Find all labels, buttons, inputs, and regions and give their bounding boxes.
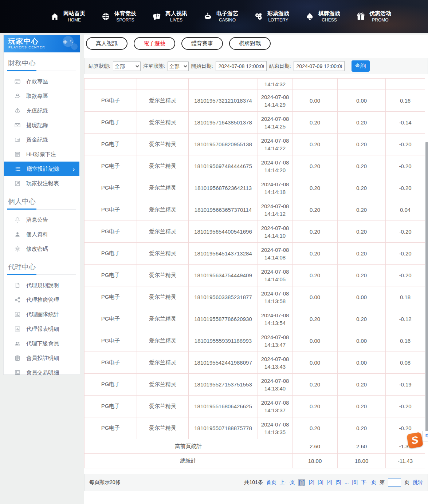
ime-widget[interactable]: S 中 xyxy=(408,431,428,448)
sidebar-item-label: 取款專區 xyxy=(26,93,48,100)
sidebar-item-withdraw[interactable]: 取款專區 xyxy=(4,89,80,103)
page-link[interactable]: [4] xyxy=(327,479,333,486)
cell-bet-time: 2024-07-0814:14:29 xyxy=(258,90,292,112)
cell-bet-amount: 0.00 xyxy=(292,90,338,112)
sidebar-item-funds-record[interactable]: 資金記錄 xyxy=(4,132,80,147)
table-row: PG电子爱尔兰精灵18101957164385013782024-07-0814… xyxy=(85,112,425,134)
cell-bet-id: 1810195516806426625 xyxy=(189,396,258,417)
nav-label-zh: 真人视讯 xyxy=(165,10,187,17)
page-link-current[interactable]: [1] xyxy=(298,479,306,486)
bet-records-table: 14:14:32PG电子爱尔兰精灵18101957321210183742024… xyxy=(84,78,425,468)
cell-platform: PG电子 xyxy=(85,155,137,177)
sidebar-item-label: 修改密碼 xyxy=(26,246,48,253)
list-box-icon xyxy=(14,369,21,376)
table-row: PG电子爱尔兰精灵18101955271537515532024-07-0814… xyxy=(85,374,425,396)
page-link[interactable]: [2] xyxy=(309,479,314,486)
sidebar-item-deposit[interactable]: 存款專區 xyxy=(4,74,80,89)
cell-bet-amount xyxy=(292,79,338,90)
nav-item-text: 彩票游戏LOTTERY xyxy=(267,10,289,23)
sidebar-item-hh-lottery-bet[interactable]: HH彩票下注 xyxy=(4,147,80,162)
sidebar-item-change-password[interactable]: 修改密碼 xyxy=(4,242,80,256)
sidebar-item-player-bet-report[interactable]: 玩家投注報表 xyxy=(4,176,80,191)
top-nav-items: 网站首页HOME体育竞技SPORTS真人视讯LIVES电子游艺CASINO彩票游… xyxy=(42,0,428,33)
jump-button[interactable]: 跳转 xyxy=(413,479,423,486)
cell-bet-id: 1810195527153751553 xyxy=(189,374,258,396)
summary-label: 當前頁統計 xyxy=(85,439,292,454)
sidebar-item-agent-rules[interactable]: 代理規則說明 xyxy=(4,278,80,293)
nav-item-casino[interactable]: 电子游艺CASINO xyxy=(195,8,246,25)
cell-bet-id: 1810195587786620930 xyxy=(189,308,258,330)
sidebar-item-agent-team-stats[interactable]: 代理團隊統計 xyxy=(4,307,80,322)
spade-icon xyxy=(305,12,315,21)
sidebar-item-profile[interactable]: 個人資料 xyxy=(4,227,80,242)
sidebar-item-agent-sub-members[interactable]: 代理下級會員 xyxy=(4,336,80,351)
table-row: PG电子爱尔兰精灵18101957068209551382024-07-0814… xyxy=(85,134,425,155)
sidebar-item-hall-bet-record[interactable]: 廳室投註記錄› xyxy=(4,162,79,176)
sidebar-item-member-bet-detail[interactable]: 會員投註明細 xyxy=(4,351,80,365)
nav-label-en: CASINO xyxy=(219,17,236,23)
cell-platform xyxy=(85,79,137,90)
nav-item-lives[interactable]: 真人视讯LIVES xyxy=(144,8,195,25)
jump-page-input[interactable] xyxy=(388,479,401,487)
sidebar-item-messages[interactable]: 消息公告 xyxy=(4,213,80,227)
table-row: PG电子爱尔兰精灵18101956033852318772024-07-0814… xyxy=(85,286,425,308)
settle-status-select[interactable]: 全部 xyxy=(113,61,141,71)
nav-label-zh: 网站首页 xyxy=(63,10,85,17)
cell-bet-time: 14:14:32 xyxy=(258,79,292,90)
cell-bet-time: 2024-07-0814:13:35 xyxy=(258,417,292,439)
nav-item-home[interactable]: 网站首页HOME xyxy=(42,8,93,25)
people-icon xyxy=(14,340,21,347)
table-row: PG电子爱尔兰精灵18101956544005416962024-07-0814… xyxy=(85,221,425,243)
sidebar-item-agent-promotion[interactable]: 代理推廣管理 xyxy=(4,293,80,307)
tab-chess-battle[interactable]: 棋牌對戰 xyxy=(229,37,271,50)
sidebar-item-recharge-record[interactable]: 充值記錄 xyxy=(4,103,80,118)
sidebar-sections: 財務中心存款專區取款專區充值記錄提現記錄資金記錄HH彩票下注廳室投註記錄›玩家投… xyxy=(4,59,80,380)
tab-live-video[interactable]: 真人視訊 xyxy=(86,37,127,50)
sidebar-item-label: 代理下級會員 xyxy=(26,340,59,347)
end-date-input[interactable] xyxy=(294,61,345,71)
nav-label-zh: 优惠活动 xyxy=(369,10,391,17)
tab-e-games[interactable]: 電子遊藝 xyxy=(134,37,175,50)
cell-game: 爱尔兰精灵 xyxy=(137,374,189,396)
list-doc-icon xyxy=(14,151,21,158)
cell-bet-time: 2024-07-0814:13:43 xyxy=(258,352,292,374)
cell-win-loss: 0.16 xyxy=(386,330,425,352)
cell-platform: PG电子 xyxy=(85,330,137,352)
cell-game: 爱尔兰精灵 xyxy=(137,155,189,177)
ime-chinese-mode-icon[interactable]: 中 xyxy=(423,431,428,441)
sidebar-item-label: 玩家投注報表 xyxy=(26,180,59,187)
nav-label-zh: 棋牌游戏 xyxy=(318,10,340,17)
page-link[interactable]: [3] xyxy=(318,479,323,486)
prev-page-link[interactable]: 上一页 xyxy=(280,479,295,486)
sogou-ime-icon[interactable]: S xyxy=(407,432,423,449)
cell-valid-amount: 0.20 xyxy=(338,199,386,221)
start-date-input[interactable] xyxy=(216,61,267,71)
cell-bet-amount: 0.20 xyxy=(292,155,338,177)
cell-game: 爱尔兰精灵 xyxy=(137,243,189,265)
start-date-label: 開始日期: xyxy=(191,63,213,70)
tab-sports-match[interactable]: 體育賽事 xyxy=(181,37,223,50)
search-button[interactable]: 查詢 xyxy=(352,60,370,72)
sidebar-item-member-trans-detail[interactable]: 會員交易明細 xyxy=(4,365,80,380)
cell-valid-amount: 0.20 xyxy=(338,221,386,243)
page-link[interactable]: [5] xyxy=(335,479,341,486)
table-row: PG电子爱尔兰精灵18101955593911889932024-07-0814… xyxy=(85,330,425,352)
nav-item-text: 优惠活动PROMO xyxy=(369,10,391,23)
order-status-select[interactable]: 全部 xyxy=(168,61,189,71)
sidebar-item-withdraw-record[interactable]: 提現記錄 xyxy=(4,118,80,132)
cell-bet-id: 1810195663657370114 xyxy=(189,199,258,221)
next-page-link[interactable]: 下一页 xyxy=(361,479,376,486)
cell-bet-amount: 0.20 xyxy=(292,177,338,199)
page-link[interactable]: [6] xyxy=(352,479,358,486)
cell-platform: PG电子 xyxy=(85,286,137,308)
cell-bet-id: 1810195716438501378 xyxy=(189,112,258,134)
sidebar-item-agent-report[interactable]: 代理報表明細 xyxy=(4,322,80,336)
summary-valid-amount: 18.00 xyxy=(338,454,386,468)
first-page-link[interactable]: 首页 xyxy=(266,479,276,486)
nav-item-lottery[interactable]: 彩票游戏LOTTERY xyxy=(246,8,297,25)
nav-item-promo[interactable]: 优惠活动PROMO xyxy=(348,8,399,25)
vertical-scrollbar-thumb[interactable] xyxy=(425,142,428,438)
nav-item-chess[interactable]: 棋牌游戏CHESS xyxy=(297,8,348,25)
nav-item-sports[interactable]: 体育竞技SPORTS xyxy=(93,8,144,25)
nav-item-text: 网站首页HOME xyxy=(63,10,85,23)
